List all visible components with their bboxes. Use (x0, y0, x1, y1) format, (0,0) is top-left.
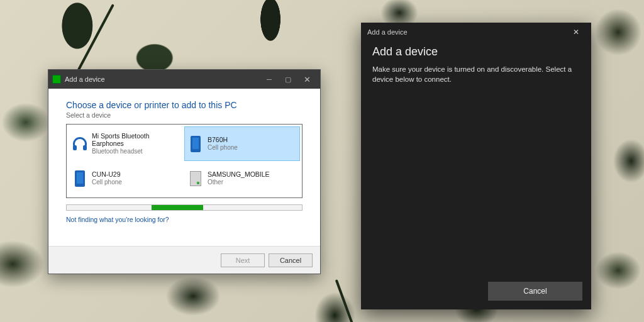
device-type: Other (208, 179, 270, 186)
device-name: Mi Sports Bluetooth Earphones (92, 133, 180, 147)
window-title: Add a device (367, 28, 408, 36)
device-type: Bluetooth headset (92, 148, 180, 155)
help-link[interactable]: Not finding what you're looking for? (66, 216, 303, 223)
close-button[interactable]: ✕ (567, 23, 585, 41)
add-device-classic-dialog: Add a device ─ ▢ ✕ Choose a device or pr… (48, 69, 321, 274)
progress-bar (152, 205, 203, 210)
headset-icon (73, 137, 87, 151)
titlebar[interactable]: Add a device ─ ▢ ✕ (48, 70, 320, 89)
device-type: Cell phone (92, 179, 122, 186)
phone-icon (191, 136, 201, 152)
app-icon (52, 75, 61, 84)
minimize-button[interactable]: ─ (260, 70, 279, 89)
cancel-button[interactable]: Cancel (269, 253, 313, 267)
page-subheading: Select a device (66, 111, 303, 119)
device-name: CUN-U29 (92, 171, 122, 179)
dialog-footer: Next Cancel (48, 246, 320, 274)
cancel-button[interactable]: Cancel (488, 282, 582, 301)
titlebar[interactable]: Add a device ✕ (361, 23, 591, 42)
device-type: Cell phone (208, 144, 238, 151)
instruction-text: Make sure your device is turned on and d… (372, 65, 580, 84)
computer-icon (190, 171, 201, 186)
page-heading: Choose a device or printer to add to thi… (66, 100, 303, 110)
device-name: SAMSUNG_MOBILE (208, 171, 270, 179)
scan-progress (66, 204, 303, 211)
close-button[interactable]: ✕ (297, 70, 316, 89)
device-item[interactable]: Mi Sports Bluetooth Earphones Bluetooth … (69, 127, 184, 160)
page-heading: Add a device (372, 45, 580, 58)
device-list: Mi Sports Bluetooth Earphones Bluetooth … (66, 124, 303, 198)
device-item[interactable]: B760H Cell phone (185, 127, 299, 160)
next-button[interactable]: Next (221, 253, 265, 267)
dialog-footer: Cancel (361, 275, 591, 309)
phone-icon (75, 170, 85, 187)
maximize-button[interactable]: ▢ (279, 70, 297, 89)
add-device-dark-dialog: Add a device ✕ Add a device Make sure yo… (361, 23, 591, 309)
device-item[interactable]: CUN-U29 Cell phone (69, 162, 184, 195)
device-name: B760H (208, 136, 238, 144)
device-item[interactable]: SAMSUNG_MOBILE Other (185, 162, 299, 195)
window-title: Add a device (65, 75, 105, 83)
